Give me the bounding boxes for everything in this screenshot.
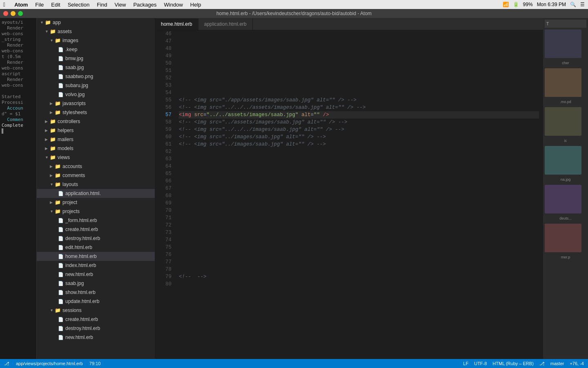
- arrow-icon: ▶: [45, 128, 50, 132]
- sidebar-item-mailers[interactable]: ▶ 📁 mailers: [37, 135, 155, 144]
- search-icon[interactable]: 🔍: [570, 2, 576, 7]
- sidebar-item-label: subaru.jpg: [65, 83, 88, 88]
- sidebar-item-javascripts[interactable]: ▶ 📁 javascripts: [37, 99, 155, 108]
- menu-file[interactable]: File: [35, 2, 44, 8]
- sidebar-item-project[interactable]: ▶ 📁 project: [37, 198, 155, 207]
- sidebar-item-keep[interactable]: 📄 .keep: [37, 45, 155, 54]
- sidebar-item-home[interactable]: 📄 home.html.erb: [37, 252, 155, 261]
- code-line-70: [179, 207, 539, 214]
- line-number: 63: [158, 155, 172, 163]
- sidebar-item-comments[interactable]: ▶ 📁 comments: [37, 171, 155, 180]
- sidebar-item-controllers[interactable]: ▶ 📁 controllers: [37, 117, 155, 126]
- file-icon: 📄: [58, 74, 64, 79]
- sidebar-item-stylesheets[interactable]: ▶ 📁 stylesheets: [37, 108, 155, 117]
- sidebar-item-sessions-create[interactable]: 📄 create.html.erb: [37, 315, 155, 324]
- tab-application-html[interactable]: application.html.erb: [198, 18, 253, 30]
- menu-edit[interactable]: Edit: [51, 2, 60, 8]
- sidebar-item-projects[interactable]: ▼ 📁 projects: [37, 207, 155, 216]
- thumbnail-5: [545, 185, 581, 213]
- sidebar-item-layouts[interactable]: ▼ 📁 layouts: [37, 180, 155, 189]
- arrow-icon: ▶: [50, 173, 55, 177]
- menu-atom[interactable]: Atom: [14, 2, 28, 8]
- line-number: 80: [158, 280, 172, 288]
- maximize-button[interactable]: [18, 11, 23, 16]
- sidebar-item-label: .keep: [65, 47, 77, 52]
- sidebar-item-index[interactable]: 📄 index.html.erb: [37, 261, 155, 270]
- menu-icon[interactable]: ☰: [580, 2, 585, 7]
- clock: Mon 6:39 PM: [537, 2, 566, 7]
- line-number: 68: [158, 192, 172, 200]
- sidebar-item-sessions-destroy[interactable]: 📄 destroy.html.erb: [37, 324, 155, 333]
- sidebar-item-images[interactable]: ▼ 📁 images: [37, 36, 155, 45]
- sidebar-item-label: saabtwo.png: [65, 74, 93, 79]
- sidebar-item-saabtwo[interactable]: 📄 saabtwo.png: [37, 72, 155, 81]
- sidebar-item-application-html[interactable]: 📄 application.html.: [37, 189, 155, 198]
- file-icon: 📄: [58, 227, 64, 232]
- sidebar-item-sessions[interactable]: ▼ 📁 sessions: [37, 306, 155, 315]
- tab-bar: home.html.erb application.html.erb: [155, 18, 543, 30]
- sidebar-item-label: layouts: [62, 182, 78, 187]
- sidebar-item-label: accounts: [62, 164, 82, 169]
- window-controls[interactable]: [3, 11, 23, 16]
- code-line-74: [179, 236, 539, 244]
- menu-find[interactable]: Find: [97, 2, 107, 8]
- apple-menu[interactable]: : [3, 1, 5, 8]
- menu-help[interactable]: Help: [190, 2, 201, 8]
- sidebar-item-saab-jpg[interactable]: 📄 saab.jpg: [37, 279, 155, 288]
- menu-packages[interactable]: Packages: [133, 2, 156, 8]
- close-button[interactable]: [3, 11, 8, 16]
- sidebar-item-label: show.html.erb: [65, 289, 96, 295]
- folder-icon: 📁: [55, 110, 61, 115]
- folder-icon: 📁: [50, 137, 56, 142]
- line-number: 72: [158, 222, 172, 229]
- sidebar-item-update[interactable]: 📄 update.html.erb: [37, 297, 155, 306]
- line-number: 70: [158, 207, 172, 214]
- window-title: home.html.erb - /Users/kevindeutscher/dr…: [216, 11, 372, 16]
- sidebar-item-bmw[interactable]: 📄 bmw.jpg: [37, 54, 155, 63]
- sidebar-item-edit[interactable]: 📄 edit.html.erb: [37, 243, 155, 252]
- code-line-60: <!-- <img src="../images/saab.jpg" alt="…: [179, 133, 539, 141]
- sidebar-item-accounts[interactable]: ▶ 📁 accounts: [37, 162, 155, 171]
- sidebar-item-helpers[interactable]: ▶ 📁 helpers: [37, 126, 155, 135]
- line-number: 75: [158, 244, 172, 251]
- console-line: Render: [0, 77, 36, 83]
- line-number: 56: [158, 104, 172, 111]
- sidebar-item-create[interactable]: 📄 create.html.erb: [37, 225, 155, 234]
- tab-home-html[interactable]: home.html.erb: [155, 18, 198, 30]
- sidebar-item-new[interactable]: 📄 new.html.erb: [37, 270, 155, 279]
- arrow-icon: ▶: [45, 146, 50, 150]
- code-line-56: <!-- <img src="../../../assets/images/sa…: [179, 104, 539, 111]
- line-number: 76: [158, 251, 172, 258]
- code-editor[interactable]: 46 47 48 49 50 51 52 53 54 55 56 57 58 5…: [155, 30, 543, 359]
- sidebar-item-models[interactable]: ▶ 📁 models: [37, 144, 155, 153]
- code-line-51: [179, 67, 539, 74]
- folder-icon: 📁: [55, 101, 61, 106]
- minimize-button[interactable]: [11, 11, 16, 16]
- file-icon: 📄: [58, 290, 64, 295]
- menu-window[interactable]: Window: [164, 2, 183, 8]
- code-comment: <!-- <img src="./app/assets/images/saab.…: [179, 96, 356, 104]
- console-line: ascript: [0, 71, 36, 77]
- code-line-54: [179, 89, 539, 96]
- line-number: 71: [158, 214, 172, 222]
- sidebar-item-saab[interactable]: 📄 saab.jpg: [37, 63, 155, 72]
- code-content[interactable]: <!-- <img src="./app/assets/images/saab.…: [175, 30, 543, 359]
- sidebar-item-volvo[interactable]: 📄 volvo.jpg: [37, 90, 155, 99]
- sidebar-item-form[interactable]: 📄 _form.html.erb: [37, 216, 155, 225]
- sidebar-item-app[interactable]: ▼ 📁 app: [37, 18, 155, 27]
- right-panel-header: T: [546, 22, 549, 26]
- folder-icon: 📁: [55, 307, 61, 313]
- sidebar-item-destroy[interactable]: 📄 destroy.html.erb: [37, 234, 155, 243]
- sidebar-item-label: create.html.erb: [65, 227, 98, 232]
- code-comment: <!-- <img src="../images/saab.jpg" alt="…: [179, 141, 326, 148]
- menu-selection[interactable]: Selection: [68, 2, 89, 8]
- sidebar-item-label: new.html.erb: [65, 272, 93, 277]
- sidebar-item-views[interactable]: ▼ 📁 views: [37, 153, 155, 162]
- sidebar-item-subaru[interactable]: 📄 subaru.jpg: [37, 81, 155, 90]
- git-changes: +76, -4: [570, 361, 584, 366]
- menu-view[interactable]: View: [114, 2, 126, 8]
- sidebar-item-show[interactable]: 📄 show.html.erb: [37, 288, 155, 297]
- sidebar-item-sessions-new[interactable]: 📄 new.html.erb: [37, 333, 155, 342]
- arrow-icon: ▶: [50, 110, 55, 114]
- sidebar-item-assets[interactable]: ▼ 📁 assets: [37, 27, 155, 36]
